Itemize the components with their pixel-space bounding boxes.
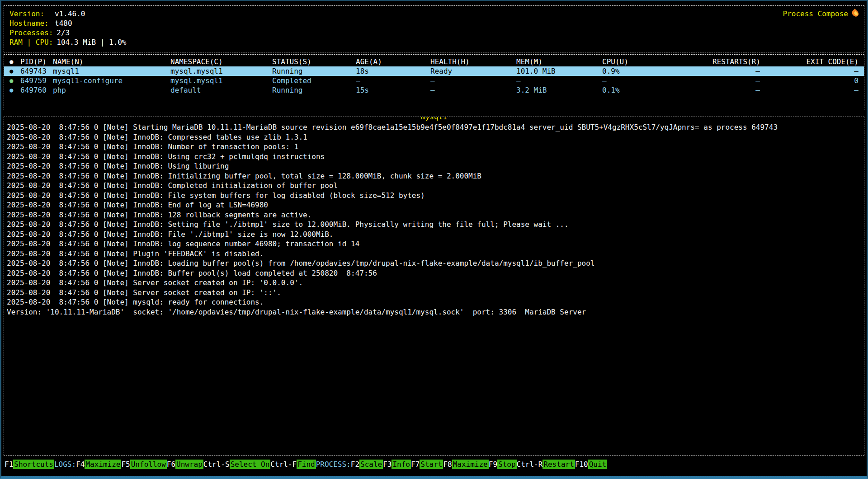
header-field: Processes:2/3 [9,28,859,38]
cell-namespace: mysql.mysql1 [170,66,272,76]
shortcut-key: Ctrl-F [270,460,297,469]
app-title: Process Compose [783,9,858,19]
column-header[interactable]: PID(P) [20,57,53,66]
cell-mem: – [516,76,602,85]
shortcut-key: F5 [121,460,130,469]
log-line: 2025-08-20 8:47:56 0 [Note] InnoDB: End … [7,200,861,210]
header-field: RAM | CPU:104.3 MiB | 1.0% [9,38,859,47]
column-header[interactable]: CPU(U) [602,57,712,66]
log-line: 2025-08-20 8:47:56 0 [Note] InnoDB: Init… [7,171,861,181]
column-header[interactable]: NAME(N) [53,57,170,66]
shortcut-button[interactable]: Start [420,460,443,469]
shortcut-button[interactable]: Quit [588,460,608,469]
footer-bar: F1Shortcuts LOGS: F4Maximize F5Unfollow … [4,456,864,476]
shortcut-key: F8 [443,460,452,469]
header-field-label: Version: [9,9,51,19]
shortcut-button[interactable]: Info [392,460,411,469]
cell-status: Running [272,85,356,95]
column-header[interactable]: STATUS(S) [272,57,356,66]
log-line: 2025-08-20 8:47:56 0 [Note] InnoDB: Comp… [7,132,861,142]
cell-name: mysql1 [53,66,170,76]
status-bullet-icon: ● [9,76,20,85]
cell-pid: 649743 [20,66,53,76]
table-body: ●649743mysql1mysql.mysql1Running18sReady… [4,66,864,95]
header-field-label: Processes: [9,28,53,38]
shortcut-key: F7 [411,460,420,469]
log-line: 2025-08-20 8:47:56 0 [Note] InnoDB: Buff… [7,268,861,278]
shortcut-button[interactable]: Maximize [452,460,489,469]
process-section-label: PROCESS: [316,460,351,469]
log-lines: 2025-08-20 8:47:56 0 [Note] Starting Mar… [7,122,861,317]
header-field-value: 2/3 [57,28,70,37]
column-header[interactable]: EXIT CODE(E) [760,57,859,66]
cell-exit_code: 0 [760,76,859,85]
table-header-row: ●PID(P)NAME(N)NAMESPACE(C)STATUS(S)AGE(A… [4,57,864,66]
shortcut-button[interactable]: Scale [359,460,383,469]
column-header[interactable]: NAMESPACE(C) [170,57,272,66]
shortcut-button[interactable]: Unfollow [130,460,167,469]
shortcut-button[interactable]: Unwrap [175,460,203,469]
column-header[interactable]: MEM(M) [516,57,602,66]
process-row[interactable]: ●649759mysql1-configuremysql.mysql1Compl… [4,76,864,85]
cell-health: – [430,85,516,95]
shortcut-key: F9 [489,460,497,469]
header-fields: Version:v1.46.0Hostname:t480Processes:2/… [9,9,859,47]
shortcut-button[interactable]: Find [297,460,316,469]
cell-mem: 3.2 MiB [516,85,602,95]
shortcut-button[interactable]: Shortcuts [13,460,54,469]
cell-cpu: 0.9% [602,66,712,76]
app-title-text: Process Compose [783,9,849,18]
log-line: 2025-08-20 8:47:56 0 [Note] Server socke… [7,278,861,288]
status-bullet-icon: ● [9,66,20,76]
log-line: 2025-08-20 8:47:56 0 [Note] InnoDB: Sett… [7,220,861,230]
status-bullet-icon: ● [9,85,20,95]
shortcut-key: F1 [5,460,13,469]
process-row[interactable]: ●649760phpdefaultRunning15s–3.2 MiB0.1%–… [4,85,864,95]
cell-exit_code: – [760,66,859,76]
log-line: Version: '10.11.11-MariaDB' socket: '/ho… [7,307,861,317]
fire-icon [851,9,860,18]
cell-pid: 649760 [20,85,53,95]
cell-health: – [430,76,516,85]
column-header[interactable]: HEALTH(H) [430,57,516,66]
process-row[interactable]: ●649743mysql1mysql.mysql1Running18sReady… [4,66,864,76]
log-line: 2025-08-20 8:47:56 0 [Note] Starting Mar… [7,122,861,132]
cell-restarts: – [712,76,760,85]
log-line: 2025-08-20 8:47:56 0 [Note] InnoDB: File… [7,191,861,201]
cell-namespace: mysql.mysql1 [170,76,272,85]
cell-restarts: – [712,85,760,95]
process-table-panel: ●PID(P)NAME(N)NAMESPACE(C)STATUS(S)AGE(A… [4,54,864,110]
log-line: 2025-08-20 8:47:56 0 [Note] InnoDB: File… [7,230,861,240]
process-compose-window: Version:v1.46.0Hostname:t480Processes:2/… [0,0,868,479]
column-header[interactable]: AGE(A) [356,57,430,66]
log-line: 2025-08-20 8:47:56 0 [Note] mysqld: read… [7,297,861,307]
log-panel-title: mysql1 [420,117,448,122]
column-header[interactable]: RESTARTS(R) [712,57,760,66]
cell-exit_code: – [760,85,859,95]
shortcut-key: F3 [383,460,392,469]
shortcut-button[interactable]: Restart [542,460,575,469]
log-line: 2025-08-20 8:47:56 0 [Note] Server socke… [7,288,861,298]
log-panel[interactable]: mysql1 2025-08-20 8:47:56 0 [Note] Start… [4,117,864,456]
log-line: 2025-08-20 8:47:56 0 [Note] InnoDB: Comp… [7,181,861,191]
cell-restarts: – [712,66,760,76]
shortcut-key: F2 [351,460,359,469]
shortcut-button[interactable]: Stop [497,460,517,469]
shortcut-key: Ctrl-S [203,460,230,469]
header-panel: Version:v1.46.0Hostname:t480Processes:2/… [4,5,864,52]
cell-name: php [53,85,170,95]
shortcut-button[interactable]: Maximize [85,460,121,469]
cell-age: 15s [356,85,430,95]
cell-name: mysql1-configure [53,76,170,85]
header-bullet-icon: ● [9,57,20,66]
shortcut-button[interactable]: Select On [230,460,271,469]
cell-age: – [356,76,430,85]
cell-status: Completed [272,76,356,85]
shortcut-key: F4 [76,460,85,469]
header-field-value: v1.46.0 [55,9,85,18]
cell-cpu: – [602,76,712,85]
log-line: 2025-08-20 8:47:56 0 [Note] InnoDB: Usin… [7,152,861,162]
cell-pid: 649759 [20,76,53,85]
log-line: 2025-08-20 8:47:56 0 [Note] Plugin 'FEED… [7,249,861,259]
cell-age: 18s [356,66,430,76]
